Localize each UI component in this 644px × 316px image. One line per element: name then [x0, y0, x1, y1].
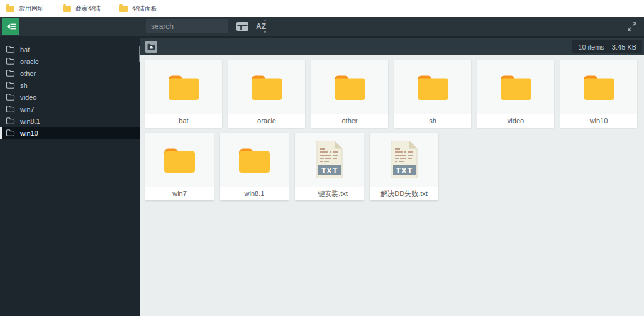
sidebar-item-win7[interactable]: win7 [0, 103, 140, 115]
folder-icon [581, 73, 617, 101]
bookmark-item-常用网址[interactable]: 常用网址 [6, 4, 44, 13]
bookmark-label: 登陆面板 [132, 4, 157, 13]
toolbar: AZ▲▼ [0, 17, 644, 36]
file-card-win7[interactable]: TXT win7 [145, 133, 214, 200]
content-area: 10 items 3.45 KB [140, 36, 644, 316]
folder-outline-icon [6, 57, 15, 65]
folder-icon [415, 73, 451, 101]
txt-file-icon: TXT [314, 140, 345, 179]
sidebar-item-label: other [20, 70, 36, 77]
folder-outline-icon [6, 69, 15, 77]
sidebar-item-video[interactable]: video [0, 91, 140, 103]
file-card-label: 解决DD失败.txt [370, 187, 438, 200]
file-card-bat[interactable]: TXT bat [145, 60, 222, 128]
txt-file-icon: TXT [389, 140, 420, 179]
file-card-icon-area: TXT [145, 60, 222, 114]
toggle-sidebar-button[interactable] [2, 18, 19, 35]
folder-icon [162, 146, 197, 173]
file-card-icon-area: TXT [145, 133, 214, 187]
file-card-label: win10 [560, 114, 637, 128]
file-card-一键安装.txt[interactable]: TXT 一键安装.txt [295, 133, 364, 200]
bookmarks-bar: 常用网址 商家登陆 登陆面板 [0, 0, 644, 17]
sidebar-item-label: oracle [20, 58, 39, 65]
folder-outline-icon [6, 129, 15, 137]
svg-text:TXT: TXT [321, 166, 338, 175]
bookmark-item-登陆面板[interactable]: 登陆面板 [119, 4, 157, 13]
view-mode-button[interactable] [234, 17, 250, 36]
path-bar: 10 items 3.45 KB [140, 38, 644, 55]
sidebar-item-label: video [20, 94, 36, 101]
file-card-sh[interactable]: TXT sh [394, 60, 471, 128]
file-card-icon-area: TXT [228, 60, 305, 114]
file-card-label: sh [394, 114, 471, 128]
file-card-icon-area: TXT [560, 60, 637, 114]
sidebar-item-win8.1[interactable]: win8.1 [0, 115, 140, 127]
items-count: 10 items [578, 43, 604, 51]
sidebar-item-bat[interactable]: bat [0, 43, 140, 55]
file-card-icon-area: TXT [394, 60, 471, 114]
sort-button[interactable]: AZ▲▼ [253, 17, 269, 36]
folder-icon [166, 73, 202, 101]
bookmark-folder-icon [119, 6, 128, 12]
sidebar-item-sh[interactable]: sh [0, 79, 140, 91]
file-card-win8.1[interactable]: TXT win8.1 [220, 133, 289, 200]
folder-outline-icon [6, 81, 15, 89]
folder-icon [498, 73, 534, 101]
collapse-sidebar-icon [6, 22, 16, 31]
bookmark-label: 商家登陆 [75, 4, 101, 13]
fullscreen-button[interactable] [624, 17, 640, 36]
file-card-icon-area: TXT [295, 133, 364, 187]
file-card-label: video [477, 114, 554, 128]
file-card-icon-area: TXT [220, 133, 289, 187]
sidebar-tree: bat oracle other sh [0, 36, 140, 316]
bookmark-label: 常用网址 [19, 4, 44, 13]
file-card-win10[interactable]: TXT win10 [560, 60, 637, 128]
folder-outline-icon [6, 105, 15, 113]
folder-icon [236, 146, 272, 173]
fullscreen-expand-icon [627, 21, 637, 31]
folder-outline-icon [6, 93, 15, 101]
folder-icon [332, 73, 368, 101]
file-card-label: oracle [228, 114, 305, 128]
status-summary: 10 items 3.45 KB [572, 40, 642, 53]
folder-outline-icon [6, 117, 15, 125]
sidebar-item-label: win7 [20, 106, 35, 113]
home-folder-icon [147, 43, 155, 50]
sidebar-item-other[interactable]: other [0, 67, 140, 79]
file-card-video[interactable]: TXT video [477, 60, 554, 128]
file-card-label: other [311, 114, 388, 128]
sidebar-item-label: sh [20, 82, 28, 89]
sidebar-scrollbar-thumb[interactable] [139, 46, 140, 62]
file-card-label: win8.1 [220, 187, 289, 200]
sidebar-item-label: win10 [20, 129, 38, 137]
main-area: bat oracle other sh [0, 36, 644, 316]
file-card-解决DD失败.txt[interactable]: TXT 解决DD失败.txt [370, 133, 438, 200]
bookmark-folder-icon [63, 6, 71, 12]
file-grid: TXT bat [140, 55, 644, 316]
file-card-other[interactable]: TXT other [311, 60, 388, 128]
home-button[interactable] [145, 41, 157, 53]
file-card-label: bat [145, 114, 222, 128]
file-card-label: 一键安装.txt [295, 187, 364, 200]
sidebar-item-win10[interactable]: win10 [0, 127, 140, 139]
sidebar-item-label: bat [20, 46, 30, 53]
sidebar-item-label: win8.1 [20, 117, 40, 125]
file-card-icon-area: TXT [311, 60, 388, 114]
view-layout-icon [236, 22, 248, 31]
folder-icon [249, 73, 285, 101]
sidebar-item-oracle[interactable]: oracle [0, 55, 140, 67]
sort-az-icon: AZ▲▼ [256, 23, 266, 30]
file-card-oracle[interactable]: TXT oracle [228, 60, 305, 128]
file-card-label: win7 [145, 187, 214, 200]
search-input[interactable] [146, 19, 228, 33]
bookmark-folder-icon [6, 6, 14, 12]
svg-text:TXT: TXT [396, 166, 413, 175]
folder-outline-icon [6, 45, 15, 53]
file-card-icon-area: TXT [477, 60, 554, 114]
total-size: 3.45 KB [612, 43, 636, 51]
bookmark-item-商家登陆[interactable]: 商家登陆 [63, 4, 101, 13]
file-card-icon-area: TXT [370, 133, 438, 187]
